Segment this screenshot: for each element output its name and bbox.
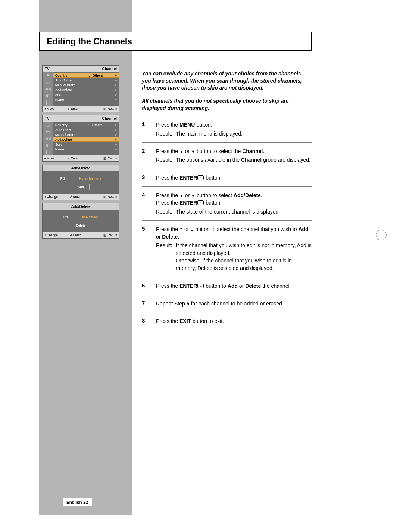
step-result: ResultThe state of the current channel i… (156, 208, 312, 215)
intro-paragraph-1: You can exclude any channels of your cho… (142, 70, 312, 91)
memory-status: Not in Memory (79, 177, 101, 180)
page-title: Editing the Channels (47, 36, 304, 47)
menu-item: Country:Others▶ (53, 122, 119, 127)
step: 8Press the EXIT button to exit. (142, 315, 312, 327)
divider (142, 220, 312, 221)
step: 5Press the ⌃ or ⌄ button to select the c… (142, 223, 312, 275)
step-number: 5 (142, 225, 149, 272)
step-number: 6 (142, 282, 149, 290)
menu-item-label: Auto Store (55, 78, 71, 82)
step-number: 7 (142, 300, 149, 307)
add-button-osd: Add (72, 184, 90, 190)
step-line: Press the ▲ or ▼ button to select Add/De… (156, 192, 312, 199)
menu-item: Sort▶ (53, 142, 119, 147)
result-label: Result (156, 242, 172, 272)
menu-item: Add/Delete▶ (53, 87, 119, 92)
menu-item: Sort▶ (53, 92, 119, 97)
menu-item-label: Manual Store (55, 83, 75, 87)
step-line: Repeat Step 5 for each channel to be add… (156, 300, 312, 307)
chevron-right-icon: ▶ (115, 148, 117, 151)
osd-channel-menu-1: TV Channel ⊟ ▭ ◄)) ◐ ┇┇ Country:Others▶A… (42, 65, 119, 112)
chevron-right-icon: ▶ (115, 128, 117, 131)
osd-delete-panel-inmemory: Add/Delete P 1 In Memory Delete ↕ Change… (42, 203, 119, 239)
picture-icon: ▭ (43, 79, 53, 85)
sound-icon: ◄)) (43, 135, 53, 142)
sound-icon: ◄)) (43, 85, 53, 92)
menu-item-label: Add/Delete (55, 138, 72, 141)
step-body: Press the ▲ or ▼ button to select the Ch… (156, 147, 312, 164)
step-number: 8 (142, 317, 149, 325)
tv-icon: ⊟ (43, 72, 53, 79)
divider (142, 277, 312, 277)
step-number: 3 (142, 174, 149, 181)
menu-item-label: Sort (55, 93, 62, 97)
menu-item: Auto Store▶ (53, 127, 119, 132)
chevron-right-icon: ▶ (115, 79, 117, 82)
menu-item-label: Country (55, 123, 68, 127)
chevron-right-icon: ▶ (115, 98, 117, 101)
step: 7Repeat Step 5 for each channel to be ad… (142, 297, 312, 310)
step-line: Press the EXIT button to exit. (156, 317, 312, 325)
intro-paragraph-2: All channels that you do not specificall… (142, 97, 312, 112)
step: 6Press the ENTER button to Add or Delete… (142, 280, 312, 292)
panel-list-1: Country:Others▶Auto Store▶Manual Store▶A… (53, 72, 119, 106)
page-number: English-22 (63, 498, 92, 506)
menu-item: Add/Delete▶ (53, 137, 119, 142)
step-body: Press the ENTER button to Add or Delete … (156, 282, 312, 290)
chevron-right-icon: ▶ (115, 133, 117, 136)
menu-item-label: Name (55, 98, 64, 102)
panel-section-label: Channel (102, 67, 117, 71)
step-line: Press the ENTER button. (156, 174, 312, 181)
divider (142, 295, 312, 295)
step-line: Press the ▲ or ▼ button to select the Ch… (156, 147, 312, 155)
menu-item-label: Name (55, 147, 64, 151)
menu-item: Auto Store▶ (53, 78, 119, 83)
sliders-icon: ┇┇ (43, 149, 53, 155)
step: 3Press the ENTER button. (142, 171, 312, 184)
step-number: 2 (142, 147, 149, 164)
moon-icon: ◐ (43, 142, 53, 149)
result-label: Result (156, 156, 172, 164)
chevron-right-icon: ▶ (115, 138, 117, 141)
step-line: Press the MENU button. (156, 121, 312, 128)
step-body: Repeat Step 5 for each channel to be add… (156, 300, 312, 307)
menu-item: Manual Store▶ (53, 83, 119, 87)
result-label: Result (156, 130, 172, 137)
steps-list: 1Press the MENU button.ResultThe main me… (142, 118, 312, 330)
menu-item-label: Country (55, 74, 68, 77)
step-body: Press the ⌃ or ⌄ button to select the ch… (156, 225, 312, 272)
step-body: Press the MENU button.ResultThe main men… (156, 121, 312, 137)
menu-item-value: Others (92, 123, 102, 127)
sliders-icon: ┇┇ (43, 99, 53, 106)
menu-item-label: Manual Store (55, 133, 75, 137)
enter-hint: ↲ Enter (67, 107, 78, 111)
page-title-box: Editing the Channels (39, 32, 312, 51)
step-result: ResultThe main menu is displayed. (156, 130, 312, 137)
result-text: The state of the current channel is disp… (176, 208, 280, 215)
step-line: Press the ENTER button to Add or Delete … (156, 282, 312, 290)
memory-status: In Memory (82, 215, 99, 219)
enter-icon (197, 284, 204, 288)
divider (142, 142, 312, 143)
result-text: If the channel that you wish to edit is … (176, 242, 312, 272)
enter-icon (197, 200, 204, 205)
menu-item: Name▶ (53, 97, 119, 102)
picture-icon: ▭ (43, 128, 53, 135)
menu-item: Name▶ (53, 147, 119, 152)
panel-tv-label: TV (45, 67, 50, 71)
panel-list-2: Country:Others▶Auto Store▶Manual Store▶A… (53, 122, 119, 155)
osd-add-panel-notinmemory: Add/Delete P 1 Not in Memory Add ↕ Chang… (42, 165, 119, 200)
step-number: 1 (142, 121, 149, 137)
step-number: 4 (142, 192, 149, 215)
menu-item: Manual Store▶ (53, 132, 119, 137)
chevron-right-icon: ▶ (115, 88, 117, 91)
delete-button-osd: Delete (71, 223, 91, 228)
menu-item-label: Auto Store (55, 128, 71, 132)
osd-screenshots: TV Channel ⊟ ▭ ◄)) ◐ ┇┇ Country:Others▶A… (42, 65, 119, 242)
menu-item-value: Others (93, 74, 103, 77)
menu-item: Country:Others▶ (53, 73, 119, 78)
step-body: Press the ENTER button. (156, 174, 312, 181)
chevron-right-icon: ▶ (115, 74, 117, 77)
step: 4Press the ▲ or ▼ button to select Add/D… (142, 189, 312, 218)
moon-icon: ◐ (43, 92, 53, 99)
